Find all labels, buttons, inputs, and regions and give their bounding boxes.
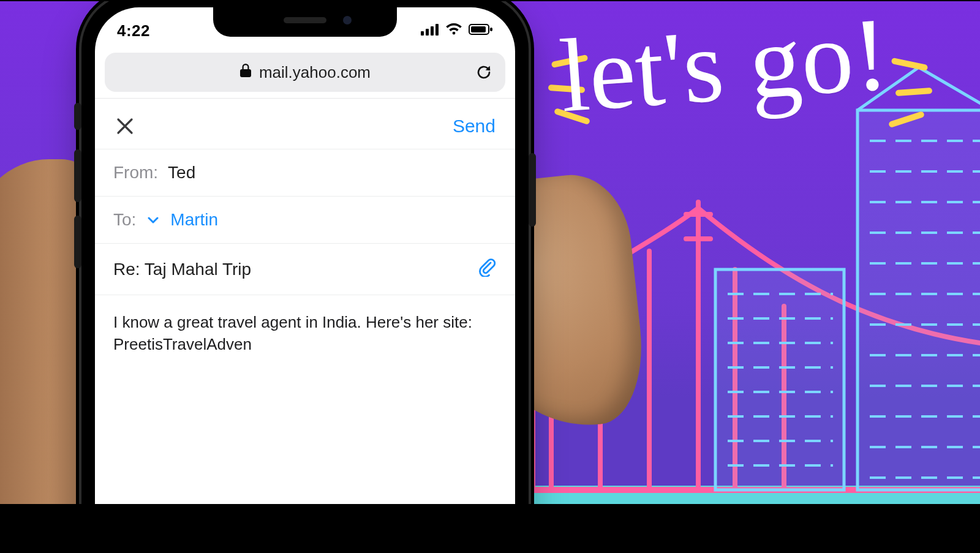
volume-down [74,216,81,268]
compose-header: Send [95,99,515,149]
promo-headline: let's go! [557,7,891,123]
attach-button[interactable] [477,257,497,281]
subject-row[interactable]: Re: Taj Mahal Trip [95,244,515,295]
wifi-icon [445,23,462,38]
to-value: Martin [170,210,218,230]
to-label: To: [113,210,136,230]
cellular-icon [421,23,439,38]
svg-rect-8 [490,28,492,31]
status-time: 4:22 [117,21,150,40]
refresh-button[interactable] [473,62,494,83]
spark-accent [895,88,933,96]
svg-rect-0 [715,269,844,490]
compose-view: Send From: Ted To: Martin Re: Taj Mahal … [95,98,515,553]
from-row[interactable]: From: Ted [95,149,515,197]
lock-icon [239,63,252,82]
from-value: Ted [168,163,195,182]
volume-up [74,149,81,202]
power-button [529,153,536,227]
spark-accent [888,111,925,128]
battery-icon [469,23,493,38]
from-label: From: [113,163,158,182]
letterbox [0,504,980,553]
svg-rect-5 [435,24,439,36]
phone-screen: 4:22 mail.yahoo.com [95,7,515,553]
subject-value: Re: Taj Mahal Trip [113,260,251,279]
svg-rect-1 [858,110,980,490]
browser-url-bar[interactable]: mail.yahoo.com [105,53,505,92]
mute-switch [74,103,81,130]
notch [213,7,397,37]
chevron-down-icon[interactable] [146,213,160,227]
svg-rect-3 [426,29,429,36]
phone-frame: 4:22 mail.yahoo.com [81,0,529,553]
svg-rect-7 [471,26,486,32]
letterbox [0,0,980,1]
browser-url: mail.yahoo.com [259,63,371,82]
send-button[interactable]: Send [451,112,497,140]
svg-rect-4 [431,26,434,36]
svg-rect-2 [421,31,424,36]
close-button[interactable] [113,115,137,138]
spark-accent [891,58,929,71]
to-row[interactable]: To: Martin [95,197,515,244]
